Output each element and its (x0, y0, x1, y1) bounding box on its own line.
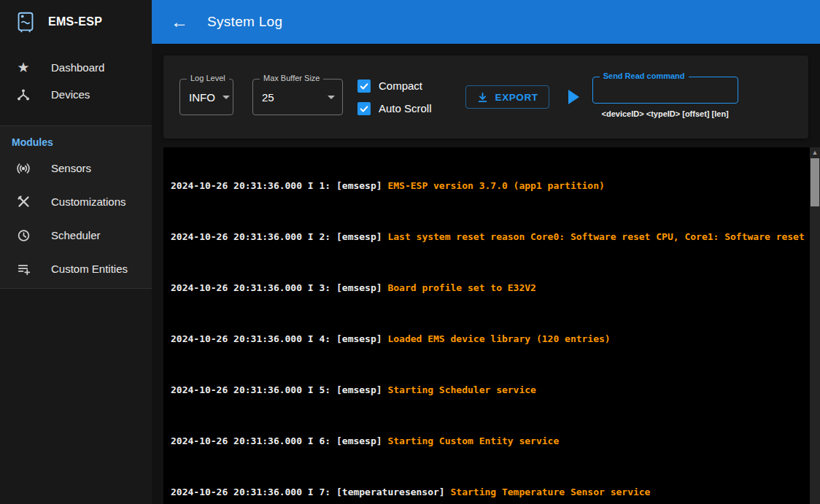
app-bar: ← System Log (152, 0, 820, 44)
sidebar-item-label: Scheduler (51, 229, 101, 241)
modules-group: Modules Sensors Cus (0, 125, 152, 289)
sidebar-item-label: Customizations (51, 195, 126, 208)
log-line: 2024-10-26 20:31:36.000 I 2: [emsesp] La… (171, 230, 811, 244)
log-scrollbar[interactable]: ▲ (810, 147, 820, 504)
sidebar-item-sensors[interactable]: Sensors (0, 151, 152, 185)
back-arrow-icon[interactable]: ← (171, 13, 188, 31)
log-toolbar: Log Level INFO Max Buffer Size 25 Compac… (163, 55, 808, 139)
log-message: Starting Temperature Sensor service (451, 486, 651, 497)
app-title: EMS-ESP (48, 15, 102, 28)
scrollbar-thumb[interactable] (811, 158, 819, 206)
star-icon: ★ (15, 61, 32, 74)
compact-checkbox-row[interactable]: Compact (357, 80, 432, 93)
log-line: 2024-10-26 20:31:36.000 I 6: [emsesp] St… (171, 435, 811, 448)
log-message: Starting Custom Entity service (387, 435, 559, 446)
log-message: Last system reset reason Core0: Software… (387, 231, 804, 242)
log-prefix: 2024-10-26 20:31:36.000 I 2: [emsesp] (171, 231, 387, 242)
sidebar-item-scheduler[interactable]: Scheduler (0, 218, 152, 252)
log-prefix: 2024-10-26 20:31:36.000 I 1: [emsesp] (171, 180, 387, 191)
log-prefix: 2024-10-26 20:31:36.000 I 4: [emsesp] (171, 333, 387, 344)
sidebar-item-devices[interactable]: Devices (0, 81, 152, 108)
send-read-label: Send Read command (600, 71, 689, 80)
page-title: System Log (207, 14, 282, 30)
log-message: Board profile set to E32V2 (387, 282, 536, 293)
sidebar-item-custom-entities[interactable]: Custom Entities (0, 252, 152, 285)
send-read-helper: <deviceID> <typeID> [offset] [len] (602, 109, 729, 118)
checkbox-label: Auto Scroll (379, 102, 432, 115)
sidebar-item-label: Custom Entities (51, 263, 128, 275)
playlist-add-icon (15, 261, 32, 276)
main: ← System Log Log Level INFO Max Buffer S… (152, 0, 820, 504)
log-lines: 2024-10-26 20:31:36.000 I 1: [emsesp] EM… (163, 147, 820, 504)
max-buffer-value: 25 (262, 91, 274, 104)
download-icon (476, 91, 489, 104)
device-hub-icon (15, 88, 32, 102)
log-message: Loaded EMS device library (120 entries) (387, 333, 610, 344)
checkbox-label: Compact (379, 80, 422, 92)
log-prefix: 2024-10-26 20:31:36.000 I 7: [temperatur… (171, 486, 451, 497)
checkbox-group: Compact Auto Scroll (357, 80, 432, 115)
log-line: 2024-10-26 20:31:36.000 I 7: [temperatur… (171, 486, 811, 499)
sidebar-item-label: Devices (51, 88, 90, 101)
export-button-label: EXPORT (495, 92, 538, 103)
max-buffer-label: Max Buffer Size (260, 74, 323, 82)
checkbox-checked-icon[interactable] (357, 102, 371, 115)
sensors-icon (15, 160, 32, 176)
log-line: 2024-10-26 20:31:36.000 I 3: [emsesp] Bo… (171, 282, 811, 295)
export-button[interactable]: EXPORT (465, 85, 549, 109)
log-prefix: 2024-10-26 20:31:36.000 I 6: [emsesp] (171, 435, 387, 446)
log-line: 2024-10-26 20:31:36.000 I 4: [emsesp] Lo… (171, 333, 811, 346)
log-prefix: 2024-10-26 20:31:36.000 I 3: [emsesp] (171, 282, 387, 293)
log-message: EMS-ESP version 3.7.0 (app1 partition) (387, 180, 604, 191)
log-line: 2024-10-26 20:31:36.000 I 1: [emsesp] EM… (171, 179, 811, 193)
log-console: 2024-10-26 20:31:36.000 I 1: [emsesp] EM… (163, 147, 820, 504)
chevron-down-icon (328, 96, 335, 99)
sidebar-item-label: Dashboard (51, 61, 104, 74)
log-level-select[interactable]: Log Level INFO (179, 79, 233, 115)
log-message: Starting Scheduler service (387, 384, 536, 395)
log-level-label: Log Level (187, 74, 229, 82)
app-logo-row: EMS-ESP (0, 0, 152, 44)
clock-icon (15, 228, 32, 243)
scrollbar-up-arrow-icon[interactable]: ▲ (810, 149, 820, 156)
send-read-input[interactable] (593, 77, 738, 103)
tools-icon (15, 194, 32, 209)
content: Log Level INFO Max Buffer Size 25 Compac… (152, 44, 820, 504)
max-buffer-select[interactable]: Max Buffer Size 25 (252, 79, 343, 115)
send-read-field: Send Read command (592, 77, 738, 104)
checkbox-checked-icon[interactable] (357, 80, 371, 93)
log-level-value: INFO (189, 91, 215, 104)
send-play-button[interactable] (568, 90, 579, 104)
sidebar: EMS-ESP ★ Dashboard Devices Modules (0, 0, 152, 504)
sidebar-item-label: Sensors (51, 162, 91, 174)
chevron-down-icon (223, 96, 230, 99)
sidebar-item-customizations[interactable]: Customizations (0, 185, 152, 218)
modules-section-title: Modules (0, 136, 152, 151)
app-logo-icon (13, 9, 38, 34)
main-nav: ★ Dashboard Devices (0, 44, 152, 125)
log-prefix: 2024-10-26 20:31:36.000 I 5: [emsesp] (171, 384, 387, 395)
log-line: 2024-10-26 20:31:36.000 I 5: [emsesp] St… (171, 384, 811, 397)
sidebar-item-dashboard[interactable]: ★ Dashboard (0, 54, 152, 81)
autoscroll-checkbox-row[interactable]: Auto Scroll (357, 102, 432, 115)
send-read-group: Send Read command <deviceID> <typeID> [o… (592, 77, 738, 118)
